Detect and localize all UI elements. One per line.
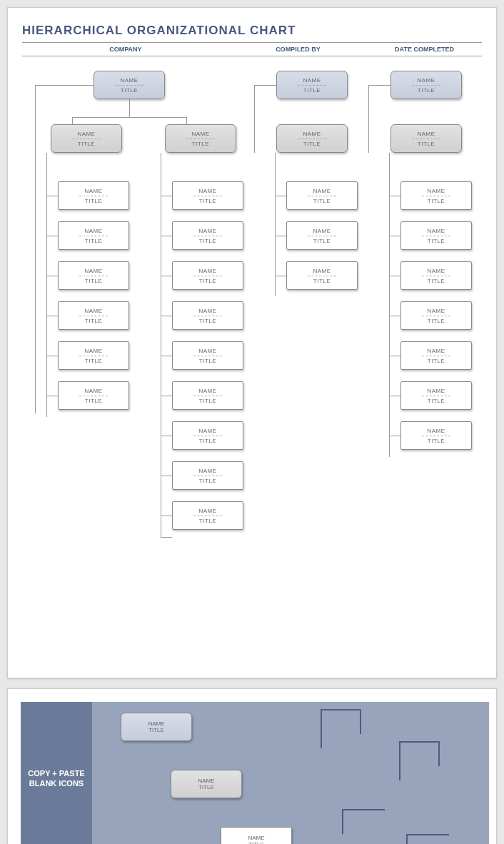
box-name: NAME xyxy=(287,228,357,234)
palette-connector[interactable] xyxy=(321,709,322,748)
box-name: NAME xyxy=(401,388,471,394)
box-title: TITLE xyxy=(391,87,461,94)
box-name: NAME xyxy=(221,835,291,841)
org-box-mid3[interactable]: NAME TITLE xyxy=(276,124,348,153)
header-compiled: COMPILED BY xyxy=(229,43,367,56)
box-name: NAME xyxy=(173,428,243,434)
connector xyxy=(161,516,172,516)
connector xyxy=(161,236,172,236)
org-box-leaf[interactable]: NAMETITLE xyxy=(400,421,472,450)
org-box-root3[interactable]: NAME TITLE xyxy=(390,71,462,99)
org-box-leaf[interactable]: NAMETITLE xyxy=(172,261,243,290)
org-box-leaf[interactable]: NAMETITLE xyxy=(286,181,358,210)
connector xyxy=(389,436,400,436)
box-name: NAME xyxy=(173,388,243,394)
palette-connector[interactable] xyxy=(342,809,343,834)
box-divider xyxy=(193,356,222,356)
org-box-leaf[interactable]: NAMETITLE xyxy=(400,181,472,210)
org-box-leaf[interactable]: NAMETITLE xyxy=(172,501,243,530)
box-title: TITLE xyxy=(173,358,243,364)
connector xyxy=(254,85,276,86)
box-title: TITLE xyxy=(287,238,357,244)
palette-connector[interactable] xyxy=(399,741,400,780)
palette-page: COPY + PASTE BLANK ICONS NAME TITLE NAME… xyxy=(7,688,497,844)
palette-box-mid[interactable]: NAME TITLE xyxy=(171,770,242,798)
org-box-leaf[interactable]: NAMETITLE xyxy=(58,221,129,250)
org-box-leaf[interactable]: NAMETITLE xyxy=(400,301,472,330)
org-box-leaf[interactable]: NAMETITLE xyxy=(58,181,129,210)
org-box-leaf[interactable]: NAMETITLE xyxy=(172,461,243,490)
box-divider xyxy=(79,196,108,196)
palette-connector[interactable] xyxy=(399,741,438,743)
header-company: COMPANY xyxy=(22,43,229,56)
org-box-leaf[interactable]: NAMETITLE xyxy=(172,421,243,450)
box-title: TITLE xyxy=(401,438,471,444)
box-name: NAME xyxy=(391,131,461,137)
org-box-root2[interactable]: NAME TITLE xyxy=(276,71,348,99)
box-name: NAME xyxy=(59,188,128,194)
palette-connector[interactable] xyxy=(321,709,360,710)
org-box-leaf[interactable]: NAMETITLE xyxy=(172,181,243,210)
box-title: TITLE xyxy=(59,398,128,404)
box-divider xyxy=(115,85,143,86)
box-divider xyxy=(298,85,326,86)
org-box-leaf[interactable]: NAMETITLE xyxy=(400,261,472,290)
box-title: TITLE xyxy=(401,318,471,324)
org-box-leaf[interactable]: NAMETITLE xyxy=(286,261,358,290)
org-box-leaf[interactable]: NAMETITLE xyxy=(58,261,129,290)
connector xyxy=(46,276,58,276)
box-divider xyxy=(79,356,108,356)
box-name: NAME xyxy=(287,188,357,194)
box-title: TITLE xyxy=(277,87,347,94)
box-name: NAME xyxy=(59,388,128,394)
box-divider xyxy=(79,236,108,236)
palette-box-plain[interactable]: NAME TITLE xyxy=(221,827,292,844)
palette-box-top[interactable]: NAME TITLE xyxy=(121,713,192,741)
org-box-leaf[interactable]: NAMETITLE xyxy=(172,221,243,250)
box-divider xyxy=(422,276,450,276)
org-box-mid2[interactable]: NAME TITLE xyxy=(165,124,236,153)
palette-connector[interactable] xyxy=(438,741,440,766)
connector xyxy=(46,236,58,236)
box-title: TITLE xyxy=(173,278,243,284)
connector xyxy=(161,476,172,476)
org-box-mid1[interactable]: NAME TITLE xyxy=(51,124,122,153)
org-box-leaf[interactable]: NAMETITLE xyxy=(172,381,243,410)
org-box-leaf[interactable]: NAMETITLE xyxy=(58,301,129,330)
box-name: NAME xyxy=(59,228,128,234)
box-title: TITLE xyxy=(173,398,243,404)
box-name: NAME xyxy=(277,131,347,137)
box-divider xyxy=(186,139,215,139)
org-box-leaf[interactable]: NAMETITLE xyxy=(172,341,243,370)
box-title: TITLE xyxy=(173,518,243,524)
palette-label: COPY + PASTE BLANK ICONS xyxy=(21,702,92,844)
box-name: NAME xyxy=(173,348,243,354)
connector xyxy=(368,85,390,86)
org-box-root1[interactable]: NAME TITLE xyxy=(94,71,165,99)
org-box-leaf[interactable]: NAMETITLE xyxy=(286,221,358,250)
box-name: NAME xyxy=(277,77,347,84)
org-box-leaf[interactable]: NAMETITLE xyxy=(400,341,472,370)
org-box-leaf[interactable]: NAMETITLE xyxy=(400,381,472,410)
box-name: NAME xyxy=(287,268,357,274)
connector xyxy=(389,196,400,196)
box-title: TITLE xyxy=(59,278,128,284)
box-title: TITLE xyxy=(401,238,471,244)
palette-connector[interactable] xyxy=(360,709,361,734)
connector xyxy=(389,276,400,276)
palette-connector[interactable] xyxy=(406,834,408,844)
connector xyxy=(161,196,172,196)
box-name: NAME xyxy=(401,348,471,354)
connector xyxy=(368,85,369,153)
box-name: NAME xyxy=(51,131,121,137)
org-box-mid4[interactable]: NAME TITLE xyxy=(390,124,462,153)
org-box-leaf[interactable]: NAMETITLE xyxy=(400,221,472,250)
palette-connector[interactable] xyxy=(406,834,449,835)
org-box-leaf[interactable]: NAMETITLE xyxy=(58,381,129,410)
box-name: NAME xyxy=(173,508,243,514)
org-box-leaf[interactable]: NAMETITLE xyxy=(172,301,243,330)
palette-connector[interactable] xyxy=(342,809,385,810)
org-box-leaf[interactable]: NAMETITLE xyxy=(58,341,129,370)
box-title: TITLE xyxy=(59,318,128,324)
box-divider xyxy=(308,236,336,236)
